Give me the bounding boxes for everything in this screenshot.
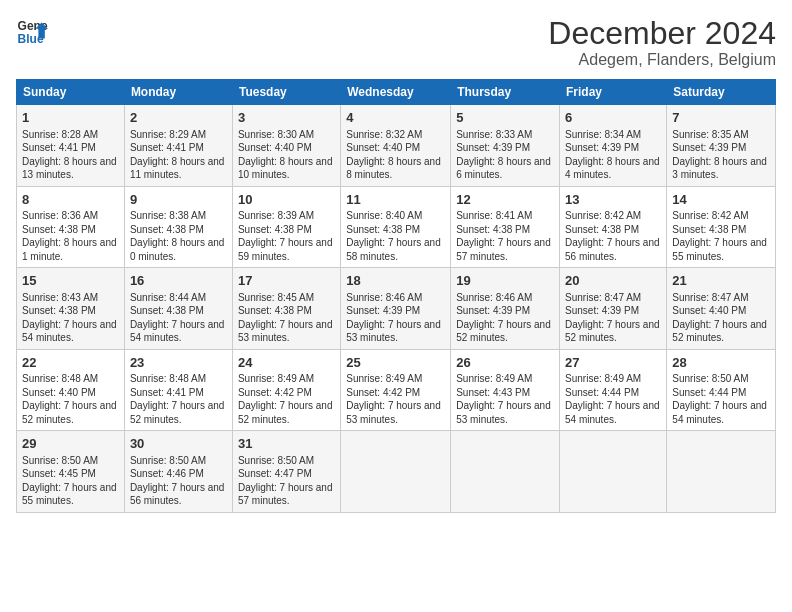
- table-row: 25Sunrise: 8:49 AMSunset: 4:42 PMDayligh…: [341, 349, 451, 431]
- header: General Blue December 2024 Adegem, Fland…: [16, 16, 776, 69]
- table-row: 11Sunrise: 8:40 AMSunset: 4:38 PMDayligh…: [341, 186, 451, 268]
- table-row: 7Sunrise: 8:35 AMSunset: 4:39 PMDaylight…: [667, 105, 776, 187]
- table-row: 2Sunrise: 8:29 AMSunset: 4:41 PMDaylight…: [124, 105, 232, 187]
- table-row: 22Sunrise: 8:48 AMSunset: 4:40 PMDayligh…: [17, 349, 125, 431]
- table-row: 19Sunrise: 8:46 AMSunset: 4:39 PMDayligh…: [451, 268, 560, 350]
- table-row: [451, 431, 560, 513]
- table-row: [341, 431, 451, 513]
- page-container: General Blue December 2024 Adegem, Fland…: [0, 0, 792, 612]
- header-friday: Friday: [560, 80, 667, 105]
- table-row: 27Sunrise: 8:49 AMSunset: 4:44 PMDayligh…: [560, 349, 667, 431]
- table-row: 28Sunrise: 8:50 AMSunset: 4:44 PMDayligh…: [667, 349, 776, 431]
- table-row: [560, 431, 667, 513]
- table-row: 12Sunrise: 8:41 AMSunset: 4:38 PMDayligh…: [451, 186, 560, 268]
- table-row: 10Sunrise: 8:39 AMSunset: 4:38 PMDayligh…: [232, 186, 340, 268]
- table-row: 17Sunrise: 8:45 AMSunset: 4:38 PMDayligh…: [232, 268, 340, 350]
- table-row: 18Sunrise: 8:46 AMSunset: 4:39 PMDayligh…: [341, 268, 451, 350]
- table-row: 26Sunrise: 8:49 AMSunset: 4:43 PMDayligh…: [451, 349, 560, 431]
- calendar-header: Sunday Monday Tuesday Wednesday Thursday…: [17, 80, 776, 105]
- table-row: 31Sunrise: 8:50 AMSunset: 4:47 PMDayligh…: [232, 431, 340, 513]
- table-row: 8Sunrise: 8:36 AMSunset: 4:38 PMDaylight…: [17, 186, 125, 268]
- table-row: 9Sunrise: 8:38 AMSunset: 4:38 PMDaylight…: [124, 186, 232, 268]
- calendar-table: Sunday Monday Tuesday Wednesday Thursday…: [16, 79, 776, 513]
- table-row: 16Sunrise: 8:44 AMSunset: 4:38 PMDayligh…: [124, 268, 232, 350]
- table-row: 5Sunrise: 8:33 AMSunset: 4:39 PMDaylight…: [451, 105, 560, 187]
- table-row: 20Sunrise: 8:47 AMSunset: 4:39 PMDayligh…: [560, 268, 667, 350]
- table-row: 13Sunrise: 8:42 AMSunset: 4:38 PMDayligh…: [560, 186, 667, 268]
- header-sunday: Sunday: [17, 80, 125, 105]
- logo-icon: General Blue: [16, 16, 48, 48]
- header-saturday: Saturday: [667, 80, 776, 105]
- header-tuesday: Tuesday: [232, 80, 340, 105]
- month-title: December 2024: [548, 16, 776, 51]
- table-row: 29Sunrise: 8:50 AMSunset: 4:45 PMDayligh…: [17, 431, 125, 513]
- table-row: 1Sunrise: 8:28 AMSunset: 4:41 PMDaylight…: [17, 105, 125, 187]
- table-row: [667, 431, 776, 513]
- subtitle: Adegem, Flanders, Belgium: [548, 51, 776, 69]
- header-monday: Monday: [124, 80, 232, 105]
- table-row: 30Sunrise: 8:50 AMSunset: 4:46 PMDayligh…: [124, 431, 232, 513]
- title-block: December 2024 Adegem, Flanders, Belgium: [548, 16, 776, 69]
- table-row: 6Sunrise: 8:34 AMSunset: 4:39 PMDaylight…: [560, 105, 667, 187]
- table-row: 24Sunrise: 8:49 AMSunset: 4:42 PMDayligh…: [232, 349, 340, 431]
- table-row: 23Sunrise: 8:48 AMSunset: 4:41 PMDayligh…: [124, 349, 232, 431]
- table-row: 4Sunrise: 8:32 AMSunset: 4:40 PMDaylight…: [341, 105, 451, 187]
- table-row: 14Sunrise: 8:42 AMSunset: 4:38 PMDayligh…: [667, 186, 776, 268]
- header-thursday: Thursday: [451, 80, 560, 105]
- header-wednesday: Wednesday: [341, 80, 451, 105]
- table-row: 15Sunrise: 8:43 AMSunset: 4:38 PMDayligh…: [17, 268, 125, 350]
- logo: General Blue: [16, 16, 48, 48]
- calendar-body: 1Sunrise: 8:28 AMSunset: 4:41 PMDaylight…: [17, 105, 776, 513]
- table-row: 3Sunrise: 8:30 AMSunset: 4:40 PMDaylight…: [232, 105, 340, 187]
- table-row: 21Sunrise: 8:47 AMSunset: 4:40 PMDayligh…: [667, 268, 776, 350]
